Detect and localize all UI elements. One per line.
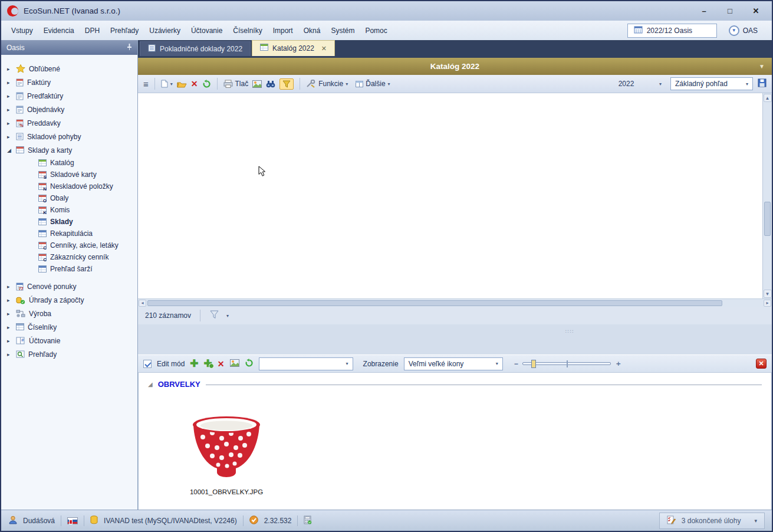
sidebar-item-oblubene[interactable]: ▸Obľúbené [4,62,137,75]
menu-toggle-icon[interactable]: ≡ [143,79,149,89]
tab-close-icon[interactable]: ✕ [321,45,327,52]
view-title-dropdown-icon[interactable]: ▼ [759,63,765,70]
sidebar-item-sklady[interactable]: Sklady [4,216,137,228]
vertical-scroll-thumb[interactable] [764,202,771,236]
filter-funnel-icon[interactable] [209,310,219,321]
sidebar-item-cenniky-akcie-letaky[interactable]: CCenníky, akcie, letáky [4,239,137,251]
menu-uzavierky[interactable]: Uzávierky [144,24,186,37]
zoom-slider-thumb[interactable] [531,360,536,368]
panel-splitter[interactable]: ∷∷ [138,324,772,339]
minimize-button[interactable]: – [700,6,708,15]
zoom-out-icon[interactable]: − [514,360,518,368]
scroll-left-icon[interactable]: ◂ [139,300,146,307]
tblC-icon: C [38,242,47,249]
calculator-check-icon[interactable] [304,515,312,526]
delete-button[interactable]: ✕ [191,79,198,88]
filter-dropdown-icon[interactable]: ▾ [226,313,229,318]
add-image-plus-button[interactable]: ✚ [204,360,212,368]
scroll-down-icon[interactable]: ▼ [764,290,772,298]
period-selector[interactable]: 2022/12 Oasis [627,24,717,38]
refresh-images-button[interactable] [245,359,254,369]
sidebar-item-predfaktury[interactable]: ▸Predfaktúry [4,89,137,103]
year-combo[interactable]: 2022▾ [589,77,666,90]
pin-icon[interactable] [127,44,132,52]
scroll-right-icon[interactable]: ▸ [764,300,771,307]
horizontal-scrollbar[interactable]: ◂ ▸ [138,298,772,307]
add-image-button[interactable]: ✚ [190,360,198,368]
image-filter-combo[interactable]: ▾ [259,357,353,370]
sidebar-item-label: Objednávky [27,106,64,114]
expander-collapsed-icon: ▸ [7,134,16,140]
slovak-flag-icon[interactable] [67,517,78,524]
svg-text:77: 77 [19,287,24,291]
group-collapse-icon[interactable]: ◢ [148,381,153,387]
menu-okna[interactable]: Okná [298,24,326,37]
horizontal-scroll-thumb[interactable] [147,300,722,306]
menu-import[interactable]: Import [268,24,298,37]
save-view-button[interactable] [758,78,767,89]
menu-prehlady[interactable]: Prehľady [105,24,144,37]
image-group-row[interactable]: ◢ OBRVELKY [148,380,762,389]
tab-pokladnicne-doklady-2022[interactable]: Pokladničné doklady 2022 [140,41,251,56]
vertical-scroll-track[interactable] [763,103,772,289]
sidebar-item-faktury[interactable]: ▸Faktúry [4,75,137,89]
sidebar-item-prehlady[interactable]: ▸Prehľady [4,347,137,361]
sidebar-item-rekapitulacia[interactable]: Rekapitulácia [4,228,137,239]
maximize-button[interactable]: □ [726,6,734,15]
sidebar-item-skladove-karty[interactable]: SSkladové karty [4,169,137,180]
refresh-button[interactable] [202,80,211,88]
sidebar-item-cenove-ponuky[interactable]: ▸77Cenové ponuky [4,280,137,293]
zoom-slider-track[interactable] [522,362,611,365]
menu-pomoc[interactable]: Pomoc [360,24,392,37]
sidebar-item-uctovanie[interactable]: ▸#Účtovanie [4,334,137,347]
document-tabs: Pokladničné doklady 2022Katalóg 2022✕ [138,40,772,56]
sidebar-item-sklady-a-karty[interactable]: ◢Sklady a karty [4,143,137,157]
vertical-scrollbar[interactable]: ▲ ▼ [762,93,772,298]
menu-vstupy[interactable]: Vstupy [6,24,38,37]
sidebar-item-obaly[interactable]: OObaly [4,192,137,204]
detail-tabs [138,339,772,354]
open-button[interactable] [177,80,187,88]
star-icon [16,64,25,73]
scroll-up-icon[interactable]: ▲ [764,94,772,102]
tasks-dropdown-icon[interactable]: ▾ [754,518,757,524]
zoom-in-icon[interactable]: ＋ [615,359,622,369]
menu-system[interactable]: Systém [325,24,360,37]
new-record-button[interactable]: ▾ [161,80,173,88]
sidebar-item-objednavky[interactable]: ▸Objednávky [4,103,137,116]
expander-collapsed-icon: ▸ [7,297,16,303]
more-button[interactable]: Ďalšie▾ [356,80,390,88]
tab-katalog-2022[interactable]: Katalóg 2022✕ [252,40,335,56]
search-button[interactable] [266,80,275,88]
sidebar-item-uhrady-a-zapocty[interactable]: ▸Úhrady a zápočty [4,293,137,307]
icon-size-combo[interactable]: Veľmi veľké ikony▾ [404,357,503,370]
tasks-button[interactable]: 3 dokončené úlohy ▾ [659,513,765,529]
sidebar-item-zakaznicky-cennik[interactable]: CZákaznícky cenník [4,251,137,263]
image-export-button[interactable] [252,80,262,88]
remove-image-button[interactable]: ✕ [218,359,225,369]
edit-mode-checkbox[interactable] [143,360,152,368]
filter-button[interactable] [279,78,294,90]
image-thumbnail[interactable]: 10001_OBRVELKY.JPG [182,413,271,495]
view-combo[interactable]: Základný pohľad▾ [670,77,753,90]
oas-button[interactable]: ▼ OAS [729,25,758,36]
menu-ciselniky[interactable]: Číselníky [228,24,267,37]
sidebar-item-neskladove-polozky[interactable]: NNeskladové položky [4,180,137,192]
sidebar-item-ciselniky[interactable]: ▸Číselníky [4,320,137,334]
sidebar-item-prehlad-sarzi[interactable]: Prehľad šarží [4,263,137,275]
functions-button[interactable]: Funkcie▾ [306,80,348,88]
close-panel-button[interactable]: ✕ [756,359,767,369]
sidebar-item-katalog[interactable]: Katalóg [4,157,137,169]
sidebar-item-skladove-pohyby[interactable]: ▸Skladové pohyby [4,130,137,143]
menu-evidencia[interactable]: Evidencia [38,24,80,37]
sidebar-item-preddavky[interactable]: ▸%Preddavky [4,116,137,130]
picture-button[interactable] [230,359,239,369]
new-record-dropdown-icon[interactable]: ▾ [170,81,173,87]
close-button[interactable]: ✕ [752,6,760,15]
sidebar-item-vyroba[interactable]: ▸Výroba [4,307,137,320]
menu-dph[interactable]: DPH [80,24,105,37]
menu-uctovanie[interactable]: Účtovanie [186,24,228,37]
zoom-slider[interactable]: − ＋ [514,359,622,369]
sidebar-item-komis[interactable]: KKomis [4,204,137,216]
print-button[interactable]: Tlač [223,80,249,88]
